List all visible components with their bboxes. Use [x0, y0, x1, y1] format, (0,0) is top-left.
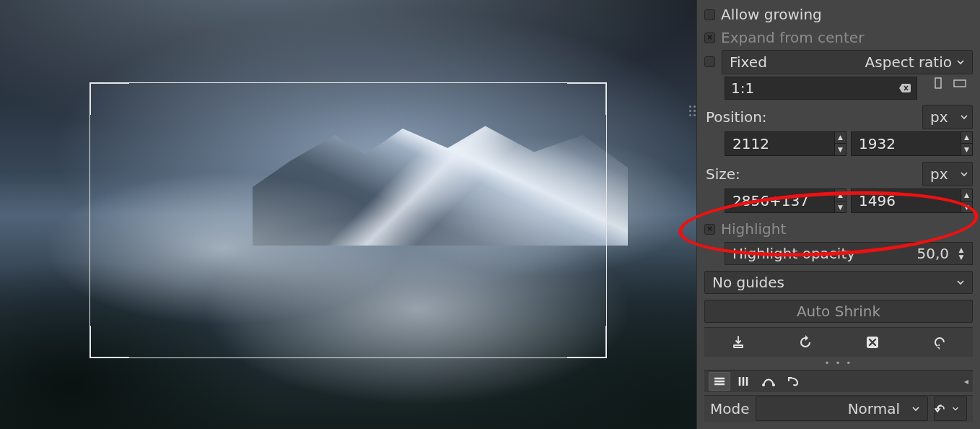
tab-paths[interactable] — [758, 372, 779, 391]
tool-options-panel: Allow growing Expand from center Fixed A… — [696, 0, 980, 429]
size-width-value: 2856+137 — [725, 189, 834, 212]
svg-rect-1 — [954, 80, 966, 87]
highlight-opacity-label: Highlight opacity — [725, 245, 916, 262]
panel-resize-handle-icon[interactable]: • • • — [704, 360, 973, 367]
chevron-down-icon — [948, 405, 966, 412]
expand-from-center-label: Expand from center — [721, 29, 864, 46]
size-height-input[interactable]: 1496 ▲▼ — [851, 188, 973, 213]
reset-defaults-icon[interactable] — [929, 332, 950, 353]
clear-icon[interactable] — [899, 84, 911, 92]
size-label-row: Size: px — [704, 159, 973, 186]
chevron-down-icon — [955, 170, 976, 178]
stepper-up-icon[interactable]: ▲ — [835, 189, 846, 201]
highlight-opacity-value: 50,0 — [916, 245, 952, 262]
svg-point-4 — [772, 384, 775, 386]
size-unit-select[interactable]: px — [922, 162, 973, 186]
mode-value: Normal — [756, 400, 908, 417]
tab-undo-history[interactable] — [782, 372, 804, 391]
save-preset-icon[interactable] — [727, 332, 749, 353]
dock-handle-icon[interactable] — [689, 105, 696, 116]
position-label-row: Position: px — [704, 101, 973, 129]
aspect-value-row: 1:1 — [704, 77, 973, 98]
stepper-down-icon[interactable]: ▼ — [961, 201, 972, 213]
chevron-down-icon — [952, 278, 972, 287]
position-label: Position: — [706, 108, 767, 126]
fixed-mode-select[interactable]: Fixed Aspect ratio — [722, 50, 973, 74]
allow-growing-label: Allow growing — [721, 6, 822, 23]
tab-layers[interactable] — [709, 372, 730, 391]
expand-from-center-row: Expand from center — [704, 27, 973, 48]
stepper-up-icon[interactable]: ▲ — [961, 132, 972, 144]
dock-tabstrip: ◂ — [704, 370, 973, 391]
stepper-down-icon[interactable]: ▼ — [835, 201, 846, 213]
fixed-row: Fixed Aspect ratio — [704, 51, 973, 74]
svg-point-3 — [762, 384, 765, 386]
swap-icon — [935, 403, 948, 415]
fixed-mode-value: Aspect ratio — [865, 53, 952, 71]
landscape-orientation-icon[interactable] — [953, 77, 966, 90]
crop-handle-bottom-right[interactable] — [567, 326, 606, 358]
size-width-input[interactable]: 2856+137 ▲▼ — [725, 188, 846, 213]
chevron-down-icon — [907, 404, 927, 413]
size-fields: 2856+137 ▲▼ 1496 ▲▼ — [725, 188, 973, 213]
tool-options-toolbar — [704, 327, 973, 357]
delete-preset-icon[interactable] — [862, 332, 883, 353]
image-canvas[interactable] — [0, 0, 696, 429]
guides-value: No guides — [705, 274, 952, 291]
restore-preset-icon[interactable] — [795, 332, 816, 353]
crop-handle-bottom-left[interactable] — [90, 326, 129, 358]
highlight-row: Highlight — [704, 219, 973, 239]
position-fields: 2112 ▲▼ 1932 ▲▼ — [725, 131, 973, 156]
position-unit-select[interactable]: px — [922, 105, 973, 129]
stepper-up-icon[interactable]: ▲ — [961, 189, 972, 201]
chevron-down-icon — [955, 113, 976, 121]
crop-handle-top-left[interactable] — [90, 83, 129, 115]
auto-shrink-label: Auto Shrink — [705, 303, 972, 320]
size-unit-value: px — [923, 165, 955, 183]
aspect-ratio-input[interactable]: 1:1 — [725, 77, 917, 100]
stepper-down-icon[interactable]: ▼ — [956, 254, 966, 261]
highlight-opacity-slider[interactable]: Highlight opacity 50,0 ▲▼ — [725, 242, 973, 265]
auto-shrink-button[interactable]: Auto Shrink — [704, 300, 973, 323]
stepper-up-icon[interactable]: ▲ — [835, 132, 846, 144]
fixed-label: Fixed — [722, 53, 865, 71]
position-x-input[interactable]: 2112 ▲▼ — [725, 131, 846, 156]
size-height-value: 1496 — [852, 189, 961, 212]
chevron-down-icon — [952, 58, 972, 66]
stepper-down-icon[interactable]: ▼ — [961, 143, 972, 155]
position-y-input[interactable]: 1932 ▲▼ — [851, 131, 973, 156]
fixed-checkbox[interactable] — [704, 56, 715, 67]
position-unit-value: px — [923, 108, 955, 126]
mode-switch-button[interactable] — [934, 396, 967, 421]
tab-menu-icon[interactable]: ◂ — [964, 376, 968, 386]
guides-select[interactable]: No guides — [704, 271, 973, 294]
expand-from-center-checkbox[interactable] — [704, 32, 715, 43]
highlight-checkbox[interactable] — [704, 224, 715, 235]
tab-channels[interactable] — [733, 372, 755, 391]
crop-selection[interactable] — [90, 83, 606, 358]
portrait-orientation-icon[interactable] — [932, 77, 945, 90]
layer-mode-row: Mode Normal — [704, 395, 973, 422]
allow-growing-row: Allow growing — [704, 4, 973, 25]
position-y-value: 1932 — [852, 132, 961, 155]
mode-select[interactable]: Normal — [756, 396, 929, 421]
stepper-up-icon[interactable]: ▲ — [956, 246, 966, 254]
crop-handle-top-right[interactable] — [567, 83, 606, 115]
size-label: Size: — [706, 165, 740, 183]
mode-label: Mode — [710, 400, 750, 417]
aspect-ratio-value: 1:1 — [731, 79, 754, 97]
svg-rect-0 — [935, 78, 941, 88]
stepper-down-icon[interactable]: ▼ — [835, 143, 846, 155]
allow-growing-checkbox[interactable] — [704, 9, 715, 20]
position-x-value: 2112 — [725, 132, 834, 155]
highlight-label: Highlight — [721, 220, 786, 238]
